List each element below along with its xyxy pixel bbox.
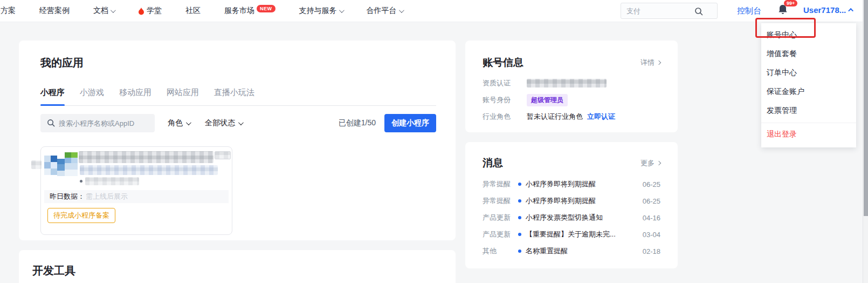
message-category: 产品更新	[483, 230, 518, 239]
chevron-right-icon	[657, 60, 661, 65]
nav-label: 解决方案	[0, 6, 16, 16]
app-search-box	[40, 114, 155, 132]
app-filter-row: 角色 全部状态 已创建1/50 创建小程序	[40, 114, 436, 132]
account-info-card: 账号信息 详情 资质认证 账号身份 超级管理员 行业角色 暂未认证行业角色 立即…	[465, 41, 678, 132]
role-filter-dropdown[interactable]: 角色	[168, 118, 190, 128]
search-icon[interactable]	[694, 7, 703, 16]
nav-label: 经营案例	[39, 6, 70, 16]
tab-mobile-app[interactable]: 移动应用	[119, 87, 151, 98]
tab-mini-game[interactable]: 小游戏	[80, 87, 104, 98]
menu-item-value-added-packages[interactable]: 增值套餐	[761, 44, 856, 63]
tab-mini-program[interactable]: 小程序	[40, 87, 65, 98]
detail-link-label: 详情	[640, 58, 655, 68]
qualification-label: 资质认证	[483, 78, 527, 88]
chevron-right-icon	[657, 161, 661, 165]
unread-dot	[518, 233, 521, 236]
my-apps-title: 我的应用	[40, 56, 436, 70]
my-apps-card: 我的应用 小程序 小游戏 移动应用 网站应用 直播小玩法 角色 全部状态 已创建…	[19, 41, 456, 240]
app-search-input[interactable]	[59, 114, 150, 132]
message-row[interactable]: 异常提醒 小程序券即将到期提醒 06-25	[483, 196, 660, 206]
nav-item-docs[interactable]: 文档	[93, 6, 114, 16]
chevron-down-icon	[238, 120, 244, 125]
nav-label: 文档	[93, 6, 108, 16]
message-row[interactable]: 产品更新 小程序发票类型切换通知 04-16	[483, 213, 660, 223]
app-type-tabs: 小程序 小游戏 移动应用 网站应用 直播小玩法	[40, 87, 436, 106]
scrollbar-thumb[interactable]	[864, 0, 868, 216]
identity-label: 账号身份	[483, 95, 527, 105]
nav-item-community[interactable]: 社区	[185, 6, 201, 16]
message-date: 03-04	[643, 231, 660, 239]
dev-tools-card: 开发工具	[19, 250, 456, 283]
message-row[interactable]: 异常提醒 小程序券即将到期提醒 06-25	[483, 179, 660, 189]
new-badge: NEW	[257, 5, 275, 12]
tab-live-play[interactable]: 直播小玩法	[214, 87, 254, 98]
yesterday-data-row: 昨日数据： 需上线后展示	[44, 190, 229, 203]
app-id-redacted	[80, 165, 218, 175]
chevron-up-icon	[848, 8, 853, 14]
nav-item-partner-platform[interactable]: 合作平台	[367, 6, 403, 16]
nav-item-academy[interactable]: 学堂	[138, 6, 162, 16]
menu-item-logout[interactable]: 退出登录	[761, 123, 856, 144]
nav-item-service-market[interactable]: 服务市场NEW	[224, 6, 275, 16]
status-filter-label: 全部状态	[205, 118, 235, 128]
yesterday-data-label: 昨日数据：	[50, 192, 85, 201]
role-filter-label: 角色	[168, 118, 183, 128]
search-icon	[47, 119, 55, 127]
qualification-value-redacted	[527, 79, 607, 87]
message-date: 06-25	[643, 197, 660, 205]
message-row[interactable]: 其他 名称重置提醒 02-18	[483, 246, 660, 256]
redacted-tag	[215, 151, 231, 159]
menu-item-invoice-management[interactable]: 发票管理	[761, 101, 856, 120]
unread-dot	[518, 199, 521, 203]
app-card[interactable]: 昨日数据： 需上线后展示 待完成小程序备案	[40, 146, 232, 235]
message-category: 异常提醒	[483, 179, 518, 189]
chevron-down-icon	[398, 8, 404, 13]
app-icon-redacted	[44, 152, 78, 177]
nav-item-support[interactable]: 支持与服务	[299, 6, 343, 16]
topbar-search-input[interactable]	[626, 3, 691, 18]
nav-item-cases[interactable]: 经营案例	[39, 6, 70, 16]
tab-website-app[interactable]: 网站应用	[167, 87, 199, 98]
certify-now-link[interactable]: 立即认证	[587, 112, 615, 122]
message-row[interactable]: 产品更新 【重要提醒】关于逾期未完... 03-04	[483, 230, 660, 239]
more-link-label: 更多	[640, 158, 655, 168]
user-account-menu-trigger[interactable]: User7178...	[803, 5, 853, 15]
menu-item-order-center[interactable]: 订单中心	[761, 63, 856, 82]
console-link[interactable]: 控制台	[737, 6, 761, 16]
app-status-redacted	[85, 177, 139, 185]
unread-dot	[518, 216, 521, 219]
unread-dot	[518, 250, 521, 253]
user-dropdown-menu: 账号中心 增值套餐 订单中心 保证金账户 发票管理 退出登录	[761, 23, 856, 147]
status-filter-dropdown[interactable]: 全部状态	[205, 118, 242, 128]
flame-icon	[138, 7, 144, 15]
account-info-title: 账号信息	[483, 56, 523, 70]
nav-label: 学堂	[147, 6, 162, 16]
nav-item-solutions[interactable]: 解决方案	[0, 6, 16, 16]
message-date: 02-18	[643, 247, 660, 255]
username: User7178...	[803, 5, 846, 15]
industry-role-label: 行业角色	[483, 112, 527, 122]
vertical-scrollbar[interactable]	[863, 0, 868, 283]
create-mini-program-button[interactable]: 创建小程序	[384, 114, 436, 132]
messages-card: 消息 更多 异常提醒 小程序券即将到期提醒 06-25 异常提醒 小程序券即将到…	[465, 142, 678, 268]
menu-item-deposit-account[interactable]: 保证金账户	[761, 82, 856, 101]
message-date: 06-25	[643, 180, 660, 188]
filing-pending-badge[interactable]: 待完成小程序备案	[47, 208, 115, 223]
nav-label: 服务市场	[224, 6, 254, 16]
industry-role-row: 行业角色 暂未认证行业角色 立即认证	[483, 112, 660, 122]
industry-role-value: 暂未认证行业角色	[527, 112, 583, 122]
created-count: 已创建1/50	[339, 118, 376, 128]
messages-more-link[interactable]: 更多	[640, 158, 660, 168]
nav-label: 支持与服务	[299, 6, 337, 16]
notification-count-badge: 99+	[784, 0, 797, 6]
message-title: 小程序券即将到期提醒	[526, 196, 596, 206]
menu-item-account-center[interactable]: 账号中心	[761, 25, 856, 44]
yesterday-data-value: 需上线后展示	[86, 192, 128, 201]
account-detail-link[interactable]: 详情	[640, 58, 660, 68]
message-category: 其他	[483, 246, 518, 256]
chevron-down-icon	[111, 8, 116, 13]
dev-tools-title: 开发工具	[32, 264, 434, 278]
messages-title: 消息	[483, 156, 503, 170]
redacted-smudge	[31, 160, 42, 169]
message-title: 小程序券即将到期提醒	[526, 179, 596, 189]
